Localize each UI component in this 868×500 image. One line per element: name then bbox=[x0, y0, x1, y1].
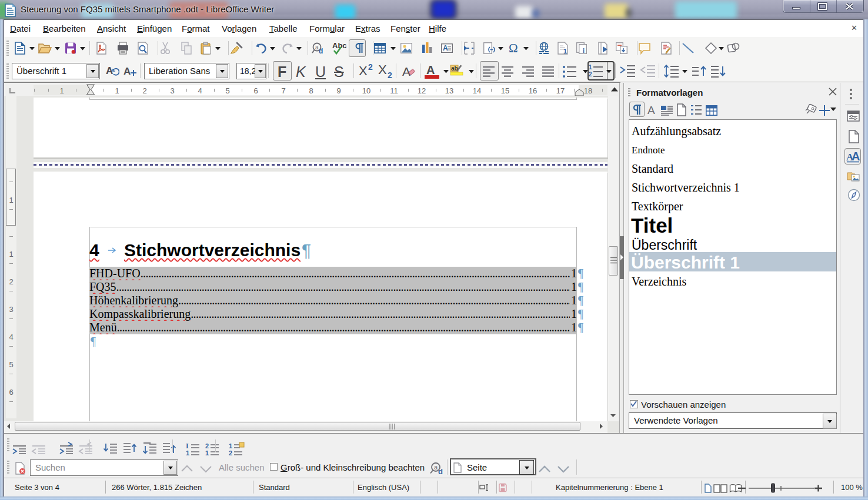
svg-text:i: i bbox=[583, 47, 585, 54]
svg-text:2: 2 bbox=[205, 442, 209, 449]
svg-text:ab: ab bbox=[451, 65, 458, 72]
svg-text:A: A bbox=[852, 150, 860, 163]
svg-text:A: A bbox=[106, 65, 113, 76]
svg-text:1: 1 bbox=[186, 449, 189, 457]
svg-text:d: d bbox=[319, 47, 323, 55]
svg-text:1: 1 bbox=[229, 442, 232, 449]
svg-text:A: A bbox=[402, 65, 410, 78]
svg-text:d: d bbox=[438, 467, 443, 476]
svg-text:A: A bbox=[443, 44, 448, 52]
svg-text:1: 1 bbox=[589, 64, 592, 71]
svg-text:I: I bbox=[186, 442, 189, 450]
svg-text:1: 1 bbox=[205, 449, 209, 457]
svg-text:2: 2 bbox=[229, 449, 232, 457]
svg-text:2: 2 bbox=[589, 71, 592, 78]
svg-text:A: A bbox=[123, 66, 131, 77]
svg-text:A: A bbox=[647, 104, 655, 116]
svg-text:X: X bbox=[359, 63, 368, 78]
svg-text:A: A bbox=[426, 63, 435, 76]
svg-text:1: 1 bbox=[563, 48, 567, 55]
svg-text:X: X bbox=[378, 63, 387, 77]
svg-text:2: 2 bbox=[388, 71, 392, 79]
svg-text:2: 2 bbox=[368, 63, 373, 72]
svg-text:a: a bbox=[434, 464, 438, 471]
svg-text:Ω: Ω bbox=[509, 41, 518, 55]
